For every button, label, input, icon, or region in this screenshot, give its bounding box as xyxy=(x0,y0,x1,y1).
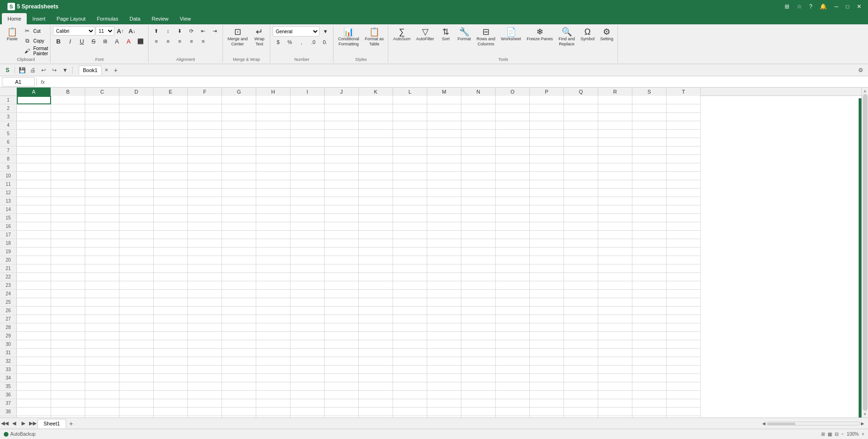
cell-H1[interactable] xyxy=(256,96,290,104)
cell-O32[interactable] xyxy=(496,357,530,366)
row-num-30[interactable]: 30 xyxy=(0,340,17,349)
cell-C5[interactable] xyxy=(85,130,119,138)
cell-G18[interactable] xyxy=(222,239,256,248)
cell-C32[interactable] xyxy=(85,357,119,366)
cell-K9[interactable] xyxy=(359,163,393,172)
row-num-22[interactable]: 22 xyxy=(0,273,17,281)
row-num-6[interactable]: 6 xyxy=(0,138,17,146)
cell-C8[interactable] xyxy=(85,155,119,163)
cell-B36[interactable] xyxy=(51,391,85,399)
cell-O11[interactable] xyxy=(496,180,530,189)
cell-J3[interactable] xyxy=(325,113,359,121)
cell-L25[interactable] xyxy=(393,298,427,307)
cell-J36[interactable] xyxy=(325,391,359,399)
view-page-break-icon[interactable]: ⊟ xyxy=(835,432,838,437)
cell-B34[interactable] xyxy=(51,374,85,382)
cell-B26[interactable] xyxy=(51,307,85,315)
sheet-nav-first[interactable]: ◀◀ xyxy=(0,420,9,426)
cell-N18[interactable] xyxy=(461,239,496,248)
cell-S9[interactable] xyxy=(632,163,667,172)
cell-B33[interactable] xyxy=(51,366,85,374)
cell-G31[interactable] xyxy=(222,349,256,357)
cell-N26[interactable] xyxy=(461,307,496,315)
cell-K33[interactable] xyxy=(359,366,393,374)
cell-M20[interactable] xyxy=(427,256,461,264)
minimize-button[interactable]: ─ xyxy=(831,2,841,11)
cell-D4[interactable] xyxy=(119,121,154,130)
notification-icon[interactable]: 🔔 xyxy=(817,2,830,11)
cell-L34[interactable] xyxy=(393,374,427,382)
qat-undo-button[interactable]: ↩ xyxy=(39,66,48,75)
cell-T32[interactable] xyxy=(667,357,701,366)
cell-R31[interactable] xyxy=(598,349,632,357)
format-as-table-button[interactable]: 📋 Format as Table xyxy=(363,26,386,48)
cell-S4[interactable] xyxy=(632,121,667,130)
cell-C37[interactable] xyxy=(85,399,119,408)
paste-button[interactable]: 📋 Paste xyxy=(4,26,21,43)
cell-G25[interactable] xyxy=(222,298,256,307)
cell-O1[interactable] xyxy=(496,96,530,104)
cell-G8[interactable] xyxy=(222,155,256,163)
cell-Q21[interactable] xyxy=(564,264,598,273)
cell-L10[interactable] xyxy=(393,172,427,180)
cell-D35[interactable] xyxy=(119,382,154,391)
cell-Q14[interactable] xyxy=(564,205,598,214)
cell-S26[interactable] xyxy=(632,307,667,315)
cell-P29[interactable] xyxy=(530,332,564,340)
cell-C35[interactable] xyxy=(85,382,119,391)
cell-P39[interactable] xyxy=(530,416,564,417)
cell-G30[interactable] xyxy=(222,340,256,349)
cell-H5[interactable] xyxy=(256,130,290,138)
cell-B25[interactable] xyxy=(51,298,85,307)
cell-M22[interactable] xyxy=(427,273,461,281)
cell-G26[interactable] xyxy=(222,307,256,315)
cell-J25[interactable] xyxy=(325,298,359,307)
cell-I33[interactable] xyxy=(290,366,325,374)
cell-C22[interactable] xyxy=(85,273,119,281)
cell-H32[interactable] xyxy=(256,357,290,366)
fill-color-button[interactable]: A xyxy=(111,37,123,46)
cell-P6[interactable] xyxy=(530,138,564,146)
cell-K36[interactable] xyxy=(359,391,393,399)
cell-M26[interactable] xyxy=(427,307,461,315)
cell-O39[interactable] xyxy=(496,416,530,417)
cell-J19[interactable] xyxy=(325,248,359,256)
cell-C39[interactable] xyxy=(85,416,119,417)
cell-P7[interactable] xyxy=(530,146,564,155)
cell-L16[interactable] xyxy=(393,222,427,231)
cell-D15[interactable] xyxy=(119,214,154,222)
cell-S2[interactable] xyxy=(632,104,667,113)
cell-I39[interactable] xyxy=(290,416,325,417)
cell-R15[interactable] xyxy=(598,214,632,222)
cell-D16[interactable] xyxy=(119,222,154,231)
cell-E29[interactable] xyxy=(154,332,188,340)
cell-N15[interactable] xyxy=(461,214,496,222)
cell-R33[interactable] xyxy=(598,366,632,374)
col-header-H[interactable]: H xyxy=(256,88,290,96)
cell-N9[interactable] xyxy=(461,163,496,172)
cell-J35[interactable] xyxy=(325,382,359,391)
cell-O25[interactable] xyxy=(496,298,530,307)
cell-N37[interactable] xyxy=(461,399,496,408)
cell-T35[interactable] xyxy=(667,382,701,391)
cell-B5[interactable] xyxy=(51,130,85,138)
cell-I15[interactable] xyxy=(290,214,325,222)
cell-B30[interactable] xyxy=(51,340,85,349)
cell-P37[interactable] xyxy=(530,399,564,408)
cell-A19[interactable] xyxy=(17,248,51,256)
cell-F9[interactable] xyxy=(188,163,222,172)
percent-button[interactable]: % xyxy=(284,37,296,47)
cell-E17[interactable] xyxy=(154,231,188,239)
cell-K16[interactable] xyxy=(359,222,393,231)
cell-D2[interactable] xyxy=(119,104,154,113)
cell-T18[interactable] xyxy=(667,239,701,248)
cell-K20[interactable] xyxy=(359,256,393,264)
cell-M30[interactable] xyxy=(427,340,461,349)
row-num-10[interactable]: 10 xyxy=(0,172,17,180)
cell-M11[interactable] xyxy=(427,180,461,189)
cell-B24[interactable] xyxy=(51,290,85,298)
cell-H10[interactable] xyxy=(256,172,290,180)
cell-Q10[interactable] xyxy=(564,172,598,180)
cell-R34[interactable] xyxy=(598,374,632,382)
workbook-name[interactable]: Book1 xyxy=(79,66,102,75)
